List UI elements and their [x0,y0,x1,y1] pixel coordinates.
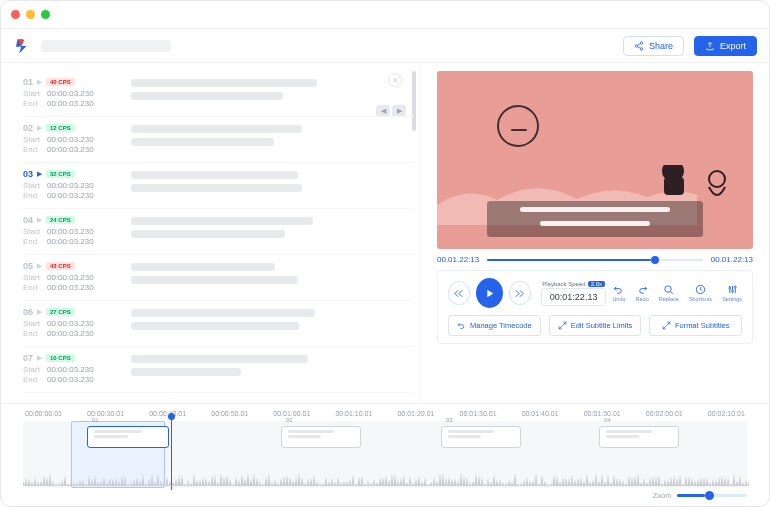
subtitle-number: 01 [23,77,33,87]
chevron-right-icon: ▶ [37,262,42,270]
clip-id: 04 [604,417,611,423]
speed-badge[interactable]: 2.0x [588,281,605,287]
subtitle-text[interactable] [131,169,414,200]
timeline-clip[interactable]: 02 [281,426,361,448]
share-label: Share [649,41,673,51]
end-time: 00:00:03.230 [47,99,94,108]
timeline-track[interactable]: 01020304 [23,421,747,488]
subtitle-row[interactable]: 06▶27 CPSStart00:00:03.230End00:00:03.23… [23,301,414,347]
subtitle-text[interactable] [131,77,414,108]
project-title-placeholder [41,40,171,52]
subtitle-number: 06 [23,307,33,317]
subtitle-text[interactable] [131,123,414,154]
chevron-right-icon: ▶ [37,308,42,316]
end-time: 00:00:03.230 [47,329,94,338]
cps-badge: 32 CPS [46,170,75,178]
clip-id: 02 [286,417,293,423]
subtitle-row[interactable]: 01▶40 CPSStart00:00:03.230End00:00:03.23… [23,71,414,117]
chevron-right-icon: ▶ [37,170,42,178]
ruler-tick: 00:01:10.01 [335,410,372,417]
play-button[interactable] [476,278,503,308]
subtitle-row[interactable]: 02▶12 CPSStart00:00:03.230End00:00:03.23… [23,117,414,163]
subtitle-meta: 07▶10 CPSStart00:00:03.230End00:00:03.23… [23,353,121,384]
svg-rect-4 [665,178,683,194]
shortcuts-button[interactable]: Shortcuts [689,284,712,302]
ruler-tick: 00:02:10.01 [708,410,745,417]
progress-bar[interactable]: 00.01.22:13 00.01.22:13 [437,255,753,264]
subtitle-overlay [487,201,703,237]
clip-id: 01 [92,417,99,423]
svg-point-10 [734,286,736,288]
end-time: 00:00:03.230 [47,191,94,200]
ruler-tick: 00:01:00.01 [273,410,310,417]
export-button[interactable]: Export [694,36,757,56]
start-time: 00:00:03.230 [47,181,94,190]
timecode-display[interactable]: 00:01:22.13 [541,288,607,306]
zoom-thumb[interactable] [705,491,714,500]
subtitle-number: 05 [23,261,33,271]
maximize-dot[interactable] [41,10,50,19]
ruler-tick: 00:01:30.01 [460,410,497,417]
timeline-ruler[interactable]: 00:00:00.0100:00:30.0100:00:40.0100:00:5… [23,410,747,421]
ruler-tick: 00:02:00.01 [646,410,683,417]
skip-back-button[interactable] [448,281,470,305]
undo-button[interactable]: Undo [612,284,625,302]
ruler-tick: 00:01:50.01 [584,410,621,417]
svg-point-1 [635,44,638,47]
replace-button[interactable]: Replace [659,284,679,302]
progress-thumb[interactable] [651,256,659,264]
timeline-clip[interactable]: 01 [87,426,169,448]
subtitle-row[interactable]: 07▶10 CPSStart00:00:03.230End00:00:03.23… [23,347,414,393]
video-preview[interactable] [437,71,753,249]
end-time: 00:00:03.230 [47,283,94,292]
edit-limits-button[interactable]: Edit Subtitle Limits [549,315,642,336]
timeline-panel: 00:00:00.0100:00:30.0100:00:40.0100:00:5… [1,403,769,503]
share-button[interactable]: Share [623,36,684,56]
svg-point-5 [709,171,725,187]
skip-forward-button[interactable] [509,281,531,305]
subtitle-number: 03 [23,169,33,179]
chevron-right-icon: ▶ [37,124,42,132]
subtitle-text[interactable] [131,261,414,292]
subtitle-meta: 01▶40 CPSStart00:00:03.230End00:00:03.23… [23,77,121,108]
svg-point-8 [728,287,730,289]
subtitle-text[interactable] [131,353,414,384]
chevron-right-icon: ▶ [37,216,42,224]
subtitle-row[interactable]: 04▶24 CPSStart00:00:03.230End00:00:03.23… [23,209,414,255]
timeline-clip[interactable]: 04 [599,426,679,448]
cps-badge: 27 CPS [46,308,75,316]
ruler-tick: 00:00:50.01 [211,410,248,417]
subtitle-number: 02 [23,123,33,133]
window-titlebar [1,1,769,29]
ruler-tick: 00:00:30.01 [87,410,124,417]
subtitle-text[interactable] [131,307,414,338]
subtitle-row[interactable]: 05▶43 CPSStart00:00:03.230End00:00:03.23… [23,255,414,301]
subtitle-panel: ✕ ◀ ▶ 01▶40 CPSStart00:00:03.230End00:00… [1,63,421,403]
end-time: 00:00:03.230 [47,375,94,384]
playback-speed-label: Playback Speed [542,281,585,287]
zoom-slider[interactable] [677,494,747,497]
cps-badge: 10 CPS [46,354,75,362]
cps-badge: 24 CPS [46,216,75,224]
start-time: 00:00:03.230 [47,273,94,282]
svg-point-9 [731,290,733,292]
redo-button[interactable]: Redo [636,284,649,302]
close-dot[interactable] [11,10,20,19]
timeline-clip[interactable]: 03 [441,426,521,448]
illustration-face [497,105,539,147]
clip-id: 03 [446,417,453,423]
settings-button[interactable]: Settings [722,284,742,302]
format-subtitles-button[interactable]: Format Subtitles [649,315,742,336]
cps-badge: 43 CPS [46,262,75,270]
export-label: Export [720,41,746,51]
cps-badge: 40 CPS [46,78,75,86]
ruler-tick: 00:01:20.01 [397,410,434,417]
minimize-dot[interactable] [26,10,35,19]
manage-timecode-button[interactable]: Manage Timecode [448,315,541,336]
subtitle-row[interactable]: 03▶32 CPSStart00:00:03.230End00:00:03.23… [23,163,414,209]
preview-panel: 00.01.22:13 00.01.22:13 Playback Speed 2… [421,63,769,403]
subtitle-text[interactable] [131,215,414,246]
start-time: 00:00:03.230 [47,365,94,374]
svg-point-2 [640,47,643,50]
end-time: 00:00:03.230 [47,145,94,154]
